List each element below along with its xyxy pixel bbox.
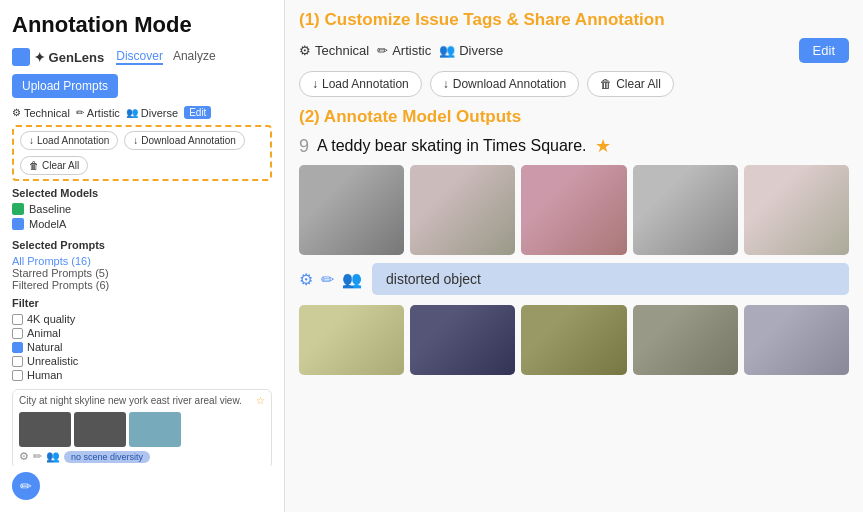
right-artistic-label: Artistic: [392, 43, 431, 58]
gear-icon-r: ⚙: [299, 43, 311, 58]
filter-4k[interactable]: 4K quality: [12, 313, 272, 325]
cb-animal: [12, 328, 23, 339]
prompt-card-1[interactable]: City at night skyline new york east rive…: [12, 389, 272, 466]
download-label-r: Download Annotation: [453, 77, 566, 91]
artistic-tag: ✏ Artistic: [76, 107, 120, 119]
card-1-img2: [74, 412, 126, 447]
image-3[interactable]: [521, 165, 626, 255]
filter-unrealistic[interactable]: Unrealistic: [12, 355, 272, 367]
left-panel: Annotation Mode ✦ GenLens Discover Analy…: [0, 0, 285, 512]
settings-icon[interactable]: ⚙: [19, 450, 29, 463]
card-1-images: [19, 412, 265, 447]
download-label: Download Annotation: [141, 135, 236, 146]
annotation-actions: ↓ Load Annotation ↓ Download Annotation …: [12, 125, 272, 181]
clear-all-button[interactable]: 🗑 Clear All: [20, 156, 88, 175]
prompt-display: 9 A teddy bear skating in Times Square. …: [299, 135, 849, 157]
pen-anno-icon[interactable]: ✏: [321, 270, 334, 289]
people-icon[interactable]: 👥: [46, 450, 60, 463]
load-label-r: Load Annotation: [322, 77, 409, 91]
selected-models-section: Selected Models Baseline ModelA: [12, 187, 272, 233]
nav-discover[interactable]: Discover: [116, 49, 163, 65]
filter-section: Filter 4K quality Animal Natural Unreali…: [12, 297, 272, 383]
clear-all-btn[interactable]: 🗑 Clear All: [587, 71, 674, 97]
image-1[interactable]: [299, 165, 404, 255]
pen-icon-r: ✏: [377, 43, 388, 58]
cb-natural: [12, 342, 23, 353]
card-1-star[interactable]: ☆: [256, 395, 265, 406]
annotation-row: ⚙ ✏ 👥 distorted object: [299, 263, 849, 295]
prompt-number: 9: [299, 136, 309, 157]
bottom-image-4[interactable]: [633, 305, 738, 375]
right-panel: (1) Customize Issue Tags & Share Annotat…: [285, 0, 863, 512]
image-4[interactable]: [633, 165, 738, 255]
edit-circle-button[interactable]: ✏: [12, 472, 40, 500]
card-1-tools: ⚙ ✏ 👥 no scene diversity: [19, 450, 265, 463]
right-anno-row: ↓ Load Annotation ↓ Download Annotation …: [299, 71, 849, 97]
clear-label: Clear All: [42, 160, 79, 171]
genlens-logo: ✦ GenLens: [12, 48, 104, 66]
page-title: Annotation Mode: [12, 12, 272, 38]
card-1-img3: [129, 412, 181, 447]
upload-prompts-button[interactable]: Upload Prompts: [12, 74, 118, 98]
edit-button[interactable]: Edit: [799, 38, 849, 63]
gear-icon: ⚙: [12, 107, 21, 118]
cb-4k: [12, 314, 23, 325]
right-diverse-label: Diverse: [459, 43, 503, 58]
right-tag-row: ⚙ Technical ✏ Artistic 👥 Diverse Edit: [299, 38, 849, 63]
technical-label: Technical: [24, 107, 70, 119]
card-1-img1: [19, 412, 71, 447]
nav-analyze[interactable]: Analyze: [173, 49, 216, 65]
all-prompts-link[interactable]: All Prompts (16): [12, 255, 272, 267]
selected-models-label: Selected Models: [12, 187, 272, 199]
image-5[interactable]: [744, 165, 849, 255]
bottom-image-1[interactable]: [299, 305, 404, 375]
pen-icon[interactable]: ✏: [33, 450, 42, 463]
right-artistic: ✏ Artistic: [377, 43, 431, 58]
diverse-tag: 👥 Diverse: [126, 107, 178, 119]
settings-anno-icon[interactable]: ⚙: [299, 270, 313, 289]
prompt-cards: City at night skyline new york east rive…: [12, 389, 272, 466]
image-2[interactable]: [410, 165, 515, 255]
artistic-label: Artistic: [87, 107, 120, 119]
image-grid-bottom: [299, 305, 849, 375]
diverse-label: Diverse: [141, 107, 178, 119]
bottom-image-5[interactable]: [744, 305, 849, 375]
trash-icon-r: 🗑: [600, 77, 612, 91]
filter-natural[interactable]: Natural: [12, 341, 272, 353]
edit-badge[interactable]: Edit: [184, 106, 211, 119]
download-icon: ↓: [133, 135, 138, 146]
image-grid-top: [299, 165, 849, 255]
genlens-name: ✦ GenLens: [34, 50, 104, 65]
star-icon[interactable]: ★: [595, 135, 611, 157]
download-icon-r: ↓: [443, 77, 449, 91]
bottom-image-3[interactable]: [521, 305, 626, 375]
selected-prompts-label: Selected Prompts: [12, 239, 272, 251]
starred-prompts: Starred Prompts (5): [12, 267, 272, 279]
baseline-color: [12, 203, 24, 215]
annotation-icons: ⚙ ✏ 👥: [299, 270, 362, 289]
filter-human[interactable]: Human: [12, 369, 272, 381]
pen-icon: ✏: [76, 107, 84, 118]
nav-tabs: Discover Analyze: [116, 49, 215, 65]
tag-row: ⚙ Technical ✏ Artistic 👥 Diverse Edit: [12, 106, 272, 119]
download-annotation-button[interactable]: ↓ Download Annotation: [124, 131, 245, 150]
model-baseline: Baseline: [12, 203, 272, 215]
modela-color: [12, 218, 24, 230]
load-icon-r: ↓: [312, 77, 318, 91]
card-1-title: City at night skyline new york east rive…: [19, 395, 242, 406]
load-annotation-button[interactable]: ↓ Load Annotation: [20, 131, 118, 150]
distorted-tag: distorted object: [372, 263, 849, 295]
load-anno-btn[interactable]: ↓ Load Annotation: [299, 71, 422, 97]
download-anno-btn[interactable]: ↓ Download Annotation: [430, 71, 579, 97]
modela-label: ModelA: [29, 218, 66, 230]
load-icon: ↓: [29, 135, 34, 146]
people-icon: 👥: [126, 107, 138, 118]
section2-title: (2) Annotate Model Outputs: [299, 107, 849, 127]
baseline-label: Baseline: [29, 203, 71, 215]
cb-human: [12, 370, 23, 381]
trash-icon: 🗑: [29, 160, 39, 171]
bottom-image-2[interactable]: [410, 305, 515, 375]
section1-title: (1) Customize Issue Tags & Share Annotat…: [299, 10, 849, 30]
filter-animal[interactable]: Animal: [12, 327, 272, 339]
people-anno-icon[interactable]: 👥: [342, 270, 362, 289]
